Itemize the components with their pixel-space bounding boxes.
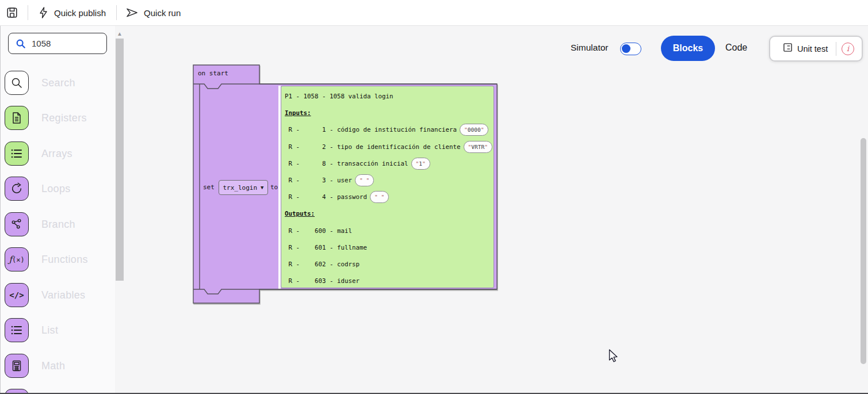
input-row: R - 1 - código de institución financiera…	[285, 121, 494, 138]
run-arrow-icon	[126, 7, 138, 18]
info-icon[interactable]: i	[842, 43, 854, 55]
window-left-edge	[0, 26, 1, 394]
sidebar-item-search[interactable]: Search	[5, 71, 75, 95]
search-icon	[16, 39, 26, 49]
document-icon	[5, 106, 29, 130]
value-pill[interactable]: 1	[411, 158, 430, 170]
outputs-header: Outputs:	[285, 205, 494, 222]
block-search-box[interactable]	[8, 33, 107, 54]
chevron-down-icon: ▼	[261, 185, 263, 190]
sidebar-item-label: Math	[41, 360, 65, 372]
code-tab-button[interactable]: Code	[725, 43, 747, 53]
toggle-knob	[622, 44, 630, 53]
input-row: R - 8 - transacción inicial 1	[285, 155, 494, 172]
block-title: P1 - 1058 - 1058 valida login	[285, 88, 494, 105]
list-icon	[5, 318, 29, 342]
value-pill[interactable]: VRTR	[464, 141, 492, 153]
lightning-icon	[39, 7, 48, 18]
sidebar-item-loops[interactable]: Loops	[5, 177, 71, 201]
unit-test-button[interactable]: Unit test	[797, 44, 828, 53]
quick-publish-label: Quick publish	[54, 8, 106, 18]
variable-dropdown[interactable]: trx_login ▼	[219, 180, 268, 195]
sidebar-item-branch[interactable]: Branch	[5, 212, 75, 236]
input-row: R - 3 - user	[285, 172, 494, 189]
sidebar-item-label: List	[41, 324, 58, 336]
input-row: R - 2 - tipo de identificación de client…	[285, 139, 494, 155]
save-button[interactable]	[6, 6, 18, 19]
value-pill[interactable]: 0000	[460, 124, 488, 136]
sidebar-item-math[interactable]: Math	[5, 354, 65, 378]
sidebar-item-list[interactable]: List	[5, 318, 58, 342]
sidebar-item-label: Loops	[41, 183, 71, 195]
sidebar-item-functions[interactable]: ƒ(×) Functions	[5, 247, 88, 271]
sidebar-item-variables[interactable]: </> Variables	[5, 283, 85, 307]
set-label: set	[203, 183, 215, 191]
output-row: R - 601 - fullname	[285, 239, 494, 256]
sidebar-scrollbar[interactable]	[116, 39, 124, 281]
function-icon: ƒ(×)	[5, 247, 29, 271]
sidebar-scroll-up-arrow[interactable]: ▲	[116, 31, 124, 37]
panel-divider	[836, 42, 836, 56]
simulator-label: Simulator	[571, 43, 608, 53]
transaction-value-block[interactable]: P1 - 1058 - 1058 valida login Inputs: R …	[281, 86, 494, 288]
top-toolbar: Quick publish Quick run	[0, 0, 868, 26]
loop-icon	[5, 177, 29, 201]
sidebar-item-label: Branch	[41, 219, 75, 231]
search-category-icon	[5, 71, 29, 95]
output-row: R - 603 - iduser	[285, 273, 494, 288]
sidebar-item-arrays[interactable]: Arrays	[5, 141, 72, 166]
code-brackets-icon: </>	[5, 283, 29, 307]
toolbar-divider	[28, 5, 28, 20]
list-icon	[5, 141, 29, 166]
variable-name: trx_login	[223, 184, 257, 192]
sidebar-item-label: Search	[41, 77, 75, 89]
quick-run-label: Quick run	[144, 8, 181, 18]
toolbar-divider	[116, 5, 117, 20]
quick-run-button[interactable]: Quick run	[126, 7, 181, 18]
sidebar-item-label: Functions	[41, 254, 88, 266]
value-pill[interactable]	[370, 191, 389, 203]
sidebar-item-registers[interactable]: Registers	[5, 106, 87, 130]
branch-icon	[5, 212, 29, 236]
quick-publish-button[interactable]: Quick publish	[39, 7, 106, 18]
save-icon	[6, 6, 18, 19]
search-input[interactable]	[32, 39, 95, 48]
calculator-icon	[5, 354, 29, 378]
output-row: R - 602 - codrsp	[285, 256, 494, 273]
simulator-toggle[interactable]	[620, 43, 641, 55]
output-row: R - 600 - mail	[285, 223, 494, 239]
blocks-tab-button[interactable]: Blocks	[661, 36, 715, 61]
page-scrollbar[interactable]	[861, 138, 866, 364]
sidebar-item-label: Variables	[41, 289, 85, 301]
input-row: R - 4 - password	[285, 189, 494, 205]
sidebar-item-label: Arrays	[41, 148, 72, 160]
inputs-header: Inputs:	[285, 105, 494, 121]
sidebar-item-label: Registers	[41, 112, 87, 124]
on-start-label: on start	[198, 70, 228, 77]
to-label: to	[270, 183, 278, 191]
value-pill[interactable]	[355, 174, 374, 186]
unit-test-panel: Unit test i	[769, 36, 863, 62]
app-window: Quick publish Quick run ▲	[0, 0, 868, 394]
checklist-icon	[783, 43, 793, 55]
mouse-cursor	[609, 349, 619, 366]
